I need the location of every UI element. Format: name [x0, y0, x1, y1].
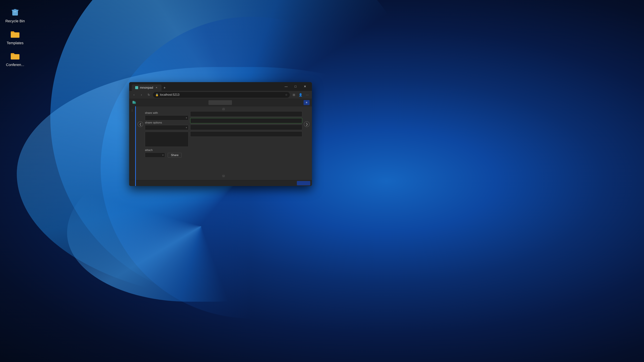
desktop-icons-area: Recycle Bin Templates Conferen... — [0, 0, 30, 74]
tab-title: mnonpad — [140, 86, 153, 89]
desktop: Recycle Bin Templates Conferen... — [0, 0, 644, 362]
attach-arrow: ▾ — [162, 154, 164, 156]
tab-favicon-icon — [135, 86, 138, 89]
recycle-bin-icon — [10, 7, 20, 17]
right-field-4[interactable] — [190, 131, 302, 137]
next-arrow-button[interactable]: ❯ — [304, 121, 310, 127]
maximize-button[interactable]: □ — [291, 83, 300, 89]
address-bar[interactable]: 🔒 localhost:5213 ☆ — [153, 92, 290, 98]
share-options-label: share options — [145, 121, 188, 124]
attach-group: attach ▾ — [145, 148, 165, 158]
app-content: ≡ ⋮ — [129, 99, 312, 186]
message-group — [145, 132, 188, 147]
window-controls: — □ ✕ — [282, 83, 309, 89]
app-header: ≡ — [129, 99, 312, 106]
right-field-2[interactable] — [190, 118, 302, 123]
browser-window: mnonpad × + — □ ✕ ‹ › ↻ 🔒 localhost:5213… — [129, 82, 312, 186]
star-icon: ☆ — [285, 93, 288, 96]
title-bar: mnonpad × + — □ ✕ — [129, 82, 312, 91]
templates-folder-icon — [10, 29, 20, 39]
right-field-3[interactable] — [190, 125, 302, 130]
refresh-button[interactable]: ↻ — [146, 92, 152, 98]
attach-label: attach — [145, 148, 165, 152]
forward-button[interactable]: › — [138, 92, 144, 98]
message-textarea[interactable] — [145, 132, 188, 147]
svg-rect-2 — [14, 9, 16, 10]
svg-point-6 — [222, 108, 225, 110]
share-with-group: share with ▾ — [145, 111, 188, 120]
app-sidebar: ⋮ — [129, 106, 135, 180]
new-tab-button[interactable]: + — [162, 85, 168, 91]
svg-point-7 — [222, 175, 225, 177]
share-with-dropdown[interactable]: ▾ — [145, 115, 188, 120]
conferences-folder-icon — [10, 50, 20, 61]
app-bottom-bar — [129, 180, 312, 186]
share-options-arrow: ▾ — [186, 126, 187, 129]
nav-bar: ‹ › ↻ 🔒 localhost:5213 ☆ ⊞ 👤 ⋯ — [129, 91, 312, 99]
share-with-arrow: ▾ — [186, 116, 187, 119]
back-button[interactable]: ‹ — [131, 92, 137, 98]
share-with-label: share with — [145, 111, 188, 115]
app-toolbar — [138, 100, 302, 105]
share-panel: ❮ share with ▾ — [135, 106, 312, 180]
conferences-label: Conferen... — [6, 62, 24, 67]
extensions-button[interactable]: ⊞ — [291, 92, 297, 98]
minimize-button[interactable]: — — [282, 83, 290, 89]
app-body: ⋮ — [129, 106, 312, 180]
desktop-icon-conferences[interactable]: Conferen... — [5, 50, 25, 67]
app-logo — [132, 100, 137, 105]
share-form-left: share with ▾ share options — [145, 111, 188, 158]
nav-right-icons: ⊞ 👤 ⋯ — [291, 92, 310, 98]
sidebar-menu-icon[interactable]: ⋮ — [130, 108, 134, 113]
active-tab[interactable]: mnonpad × — [132, 84, 162, 91]
templates-label: Templates — [7, 41, 24, 45]
header-menu-button[interactable]: ≡ — [304, 100, 310, 105]
close-button[interactable]: ✕ — [300, 83, 309, 89]
bottom-action-button[interactable] — [297, 181, 310, 185]
desktop-icon-recycle-bin[interactable]: Recycle Bin — [5, 7, 25, 24]
tab-area: mnonpad × + — [132, 82, 282, 91]
profile-button[interactable]: 👤 — [298, 92, 304, 98]
settings-button[interactable]: ⋯ — [304, 92, 310, 98]
toolbar-center — [208, 100, 232, 105]
right-field-1[interactable] — [190, 111, 302, 117]
tab-close-button[interactable]: × — [155, 86, 158, 89]
share-options-group: share options ▾ — [145, 121, 188, 130]
nav-up-button[interactable] — [221, 107, 226, 111]
lock-icon: 🔒 — [155, 93, 159, 96]
nav-down-button[interactable] — [138, 174, 310, 178]
attach-dropdown[interactable]: ▾ — [145, 152, 165, 158]
desktop-icon-templates[interactable]: Templates — [5, 29, 25, 45]
recycle-bin-label: Recycle Bin — [5, 19, 25, 24]
app-header-right: ≡ — [304, 100, 310, 105]
share-button[interactable]: Share — [168, 153, 182, 158]
share-form-right — [190, 111, 302, 137]
address-text: localhost:5213 — [160, 93, 284, 96]
prev-arrow-button[interactable]: ❮ — [138, 121, 143, 127]
share-options-dropdown[interactable]: ▾ — [145, 125, 188, 130]
